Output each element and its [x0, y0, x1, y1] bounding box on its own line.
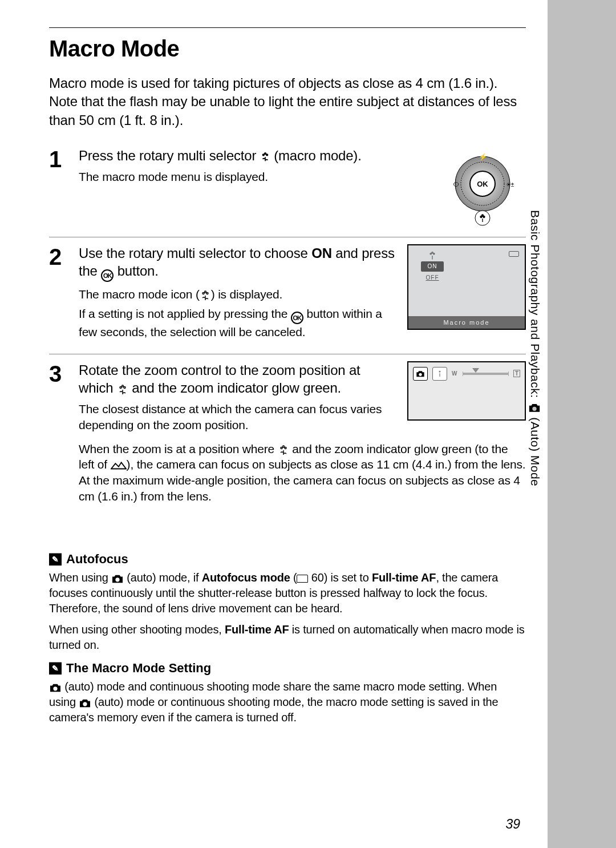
- camera-icon: [528, 402, 541, 413]
- step-1-desc: The macro mode menu is displayed.: [79, 169, 432, 185]
- option-on: ON: [421, 261, 444, 272]
- camera-icon: [79, 698, 91, 708]
- svg-point-8: [475, 211, 490, 225]
- mountain-icon: [111, 461, 127, 470]
- auto-mode-icon: [413, 367, 428, 381]
- battery-icon: [509, 251, 519, 257]
- svg-text:OK: OK: [477, 180, 488, 188]
- option-off: OFF: [421, 273, 444, 283]
- note-macro-setting-head: ✎ The Macro Mode Setting: [49, 661, 526, 676]
- step-2-desc: The macro mode icon () is displayed.: [79, 286, 397, 302]
- flower-outline-icon: [200, 290, 211, 301]
- ok-button-icon: OK: [101, 269, 114, 282]
- intro-text: Macro mode is used for taking pictures o…: [49, 74, 526, 130]
- svg-text:☀±: ☀±: [506, 181, 514, 188]
- rotary-selector-diagram: OK ⚡ ⏲ ☀±: [443, 147, 522, 227]
- flower-outline-icon: [428, 251, 437, 260]
- note-autofocus-p2: When using other shooting modes, Full-ti…: [49, 622, 526, 653]
- note-macro-setting-p: (auto) mode and continuous shooting mode…: [49, 679, 526, 725]
- step-number: 3: [49, 362, 71, 385]
- step-2-title: Use the rotary multi selector to choose …: [79, 244, 397, 282]
- zoom-scale: [463, 373, 508, 375]
- page-number: 39: [505, 817, 520, 832]
- step-1-title: Press the rotary multi selector (macro m…: [79, 147, 432, 164]
- step-1: 1 Press the rotary multi selector (macro…: [49, 147, 526, 237]
- step-2: 2 Use the rotary multi selector to choos…: [49, 237, 526, 354]
- zoom-w-label: W: [452, 370, 457, 377]
- svg-point-12: [83, 702, 87, 706]
- svg-text:⚡: ⚡: [479, 152, 487, 161]
- step-3-title: Rotate the zoom control to the zoom posi…: [79, 361, 397, 397]
- step-2-desc2: If a setting is not applied by pressing …: [79, 306, 397, 340]
- lcd-footer: Macro mode: [408, 316, 525, 329]
- ok-button-icon: OK: [291, 312, 303, 324]
- flower-outline-icon: [117, 384, 128, 395]
- svg-point-0: [532, 407, 536, 411]
- pencil-icon: ✎: [49, 553, 62, 566]
- step-number: 2: [49, 245, 71, 268]
- macro-zoom-icon: [432, 367, 447, 381]
- page-title: Macro Mode: [49, 36, 526, 62]
- book-icon: [297, 575, 308, 583]
- flower-icon: [260, 152, 270, 162]
- note-autofocus-head: ✎ Autofocus: [49, 552, 526, 567]
- step-3-desc2: When the zoom is at a position where and…: [79, 441, 526, 504]
- lcd-macro-menu: ON OFF Macro mode: [407, 244, 526, 330]
- lcd-zoom-indicator: W T: [407, 361, 526, 421]
- step-number: 1: [49, 148, 71, 171]
- step-3-desc: The closest distance at which the camera…: [79, 401, 397, 433]
- camera-icon: [111, 574, 124, 584]
- zoom-t-label: T: [513, 370, 520, 377]
- svg-point-9: [419, 373, 422, 375]
- top-rule: [49, 27, 526, 28]
- note-autofocus-p1: When using (auto) mode, if Autofocus mod…: [49, 570, 526, 616]
- pencil-icon: ✎: [49, 662, 62, 675]
- flower-outline-icon: [278, 445, 289, 456]
- step-3: 3 Rotate the zoom control to the zoom po…: [49, 354, 526, 518]
- svg-text:⏲: ⏲: [453, 180, 460, 188]
- sidebar-chapter-label: Basic Photography and Playback: (Auto) M…: [528, 210, 542, 486]
- svg-point-11: [53, 687, 57, 691]
- svg-point-10: [115, 578, 119, 582]
- camera-icon: [49, 683, 62, 693]
